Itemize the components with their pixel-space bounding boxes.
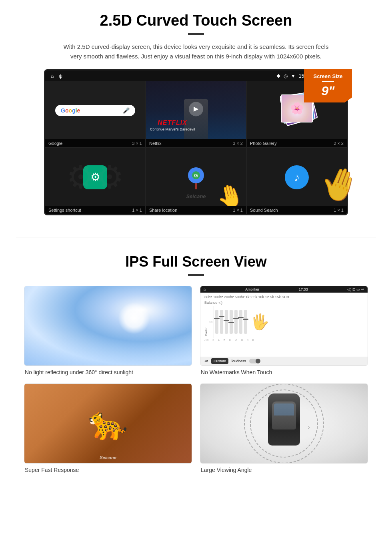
seicane-watermark-cheetah: Seicane xyxy=(100,455,116,460)
svg-text:G: G xyxy=(194,173,198,179)
share-grid-size: 1 × 1 xyxy=(233,208,243,213)
sunlight-visual xyxy=(24,286,192,365)
ips-grid: No light reflecting under 360° direct su… xyxy=(24,286,368,473)
car-caption: Large Viewing Angle xyxy=(200,467,368,473)
app-cell-netflix[interactable]: ▶ NETFLIX Continue Marvel's Daredevil Ne… xyxy=(146,81,246,147)
ips-item-sunlight: No light reflecting under 360° direct su… xyxy=(24,286,192,375)
amplifier-image: ⌂ Amplifier 17:33 ◁) ⊡ ▭ ↩ 60hz 100hz 20… xyxy=(200,286,368,366)
sound-icon: ♪ xyxy=(285,165,309,189)
amp-equalizer: Fader 10 xyxy=(204,306,364,338)
app-cell-share[interactable]: G 🤚 Share location 1 × 1 xyxy=(146,148,246,214)
netflix-play-button[interactable]: ▶ xyxy=(189,102,203,116)
section-divider xyxy=(16,237,376,237)
sound-app-content: ♪ xyxy=(247,148,347,206)
sound-grid-size: 1 × 1 xyxy=(334,208,344,213)
gallery-grid-size: 2 × 2 xyxy=(334,141,344,146)
section1-description: With 2.5D curved-display screen, this de… xyxy=(60,42,332,61)
amp-content: 60hz 100hz 200hz 500hz 1k 2.5k 10k 12.5k… xyxy=(200,293,368,357)
location-icon: ◎ xyxy=(284,73,288,79)
car-visual: › xyxy=(200,384,368,463)
status-bar: ⌂ ψ ✱ ◎ ▼ 15:06 ⊡ ◁) ⊠ ▭ xyxy=(45,70,347,81)
netflix-overlay: NETFLIX Continue Marvel's Daredevil xyxy=(150,119,195,131)
amplifier-caption: No Watermarks When Touch xyxy=(200,369,368,375)
wifi-icon: ▼ xyxy=(291,73,296,79)
netflix-label-bar: Netflix 3 × 2 xyxy=(146,139,246,147)
netflix-app-content: ▶ NETFLIX Continue Marvel's Daredevil xyxy=(146,81,246,139)
sun-glare xyxy=(118,302,150,334)
amplifier-visual: ⌂ Amplifier 17:33 ◁) ⊡ ▭ ↩ 60hz 100hz 20… xyxy=(200,286,368,365)
car-windshield xyxy=(274,403,294,415)
maps-icon: G xyxy=(186,165,206,189)
section-curved-touch: 2.5D Curved Touch Screen With 2.5D curve… xyxy=(0,0,392,225)
sound-label-bar: Sound Search 1 × 1 xyxy=(247,206,347,214)
amp-icons: ◁) ⊡ ▭ ↩ xyxy=(347,287,364,291)
netflix-grid-size: 3 × 2 xyxy=(233,141,243,146)
cheetah-image: 🐆 Seicane xyxy=(24,383,192,464)
hand-pointer-icon: 🤚 xyxy=(214,180,246,206)
gear-bg-decor: ⚙⚙ xyxy=(66,159,124,196)
bluetooth-icon: ✱ xyxy=(276,73,280,79)
badge-size: 9" xyxy=(322,84,335,98)
car-roof xyxy=(272,401,296,430)
amp-balance-label: Balance ◁) xyxy=(204,301,222,305)
settings-label-bar: Settings shortcut 1 × 1 xyxy=(45,206,145,214)
ips-item-cheetah: 🐆 Seicane Super Fast Response xyxy=(24,383,192,473)
amp-loudness-toggle[interactable] xyxy=(249,359,260,363)
ips-item-car: › Large Viewing Angle xyxy=(200,383,368,473)
app-cell-sound[interactable]: ♪ Sound Search 1 × 1 xyxy=(247,148,347,214)
settings-app-content: ⚙⚙ ⚙ xyxy=(45,148,145,206)
cheetah-caption: Super Fast Response xyxy=(24,467,192,473)
gallery-label-bar: Photo Gallery 2 × 2 xyxy=(247,139,347,147)
title-underline xyxy=(188,33,204,35)
car-arrow-icon: › xyxy=(308,424,310,431)
car-body xyxy=(268,393,300,446)
netflix-logo: NETFLIX xyxy=(150,119,195,126)
netflix-subtitle: Continue Marvel's Daredevil xyxy=(150,127,195,131)
section-ips: IPS Full Screen View No light reflecting… xyxy=(0,249,392,485)
amp-time: 17:33 xyxy=(299,287,308,291)
amp-title-bar: Amplifier xyxy=(245,287,259,291)
google-label-bar: Google 3 × 1 xyxy=(45,139,145,147)
mic-icon[interactable]: 🎤 xyxy=(123,107,130,114)
cheetah-emoji: 🐆 xyxy=(88,405,128,442)
car-top-view: › xyxy=(260,393,308,454)
amp-home-icon: ⌂ xyxy=(204,287,206,291)
app-cell-google[interactable]: Google 🎤 Google 3 × 1 xyxy=(45,81,145,147)
settings-grid-size: 1 × 1 xyxy=(132,208,142,213)
device-container: Screen Size 9" ⌂ ψ ✱ ◎ ▼ 15:06 ⊡ ◁) ⊠ xyxy=(44,69,348,215)
amp-fader-label: Fader xyxy=(204,327,208,336)
cheetah-visual: 🐆 Seicane xyxy=(24,384,192,463)
ips-item-amplifier: ⌂ Amplifier 17:33 ◁) ⊡ ▭ ↩ 60hz 100hz 20… xyxy=(200,286,368,375)
section2-underline xyxy=(188,274,204,276)
badge-divider xyxy=(322,81,334,82)
usb-icon: ψ xyxy=(59,73,62,79)
gallery-app-name: Photo Gallery xyxy=(250,141,277,146)
section2-title: IPS Full Screen View xyxy=(24,253,368,270)
sunlight-image xyxy=(24,286,192,366)
section1-title: 2.5D Curved Touch Screen xyxy=(24,12,368,29)
badge-label: Screen Size xyxy=(309,73,347,79)
sunlight-caption: No light reflecting under 360° direct su… xyxy=(24,369,192,375)
car-body-container xyxy=(260,393,308,446)
google-app-content: Google 🎤 xyxy=(45,81,145,139)
amp-freq-labels: 60hz 100hz 200hz 500hz 1k 2.5k 10k 12.5k… xyxy=(204,295,289,299)
home-icon[interactable]: ⌂ xyxy=(51,73,54,79)
share-app-name: Share location xyxy=(149,208,177,213)
google-grid-size: 3 × 1 xyxy=(132,141,142,146)
amp-loudness-label: loudness xyxy=(232,359,246,363)
google-app-name: Google xyxy=(48,141,62,146)
amp-custom-button[interactable]: Custom xyxy=(211,358,228,364)
google-search-bar[interactable]: Google 🎤 xyxy=(55,105,135,116)
netflix-app-name: Netflix xyxy=(149,141,162,146)
amp-status-bar: ⌂ Amplifier 17:33 ◁) ⊡ ▭ ↩ xyxy=(200,286,368,293)
seicane-watermark-1: Seicane xyxy=(186,193,206,199)
settings-app-name: Settings shortcut xyxy=(48,208,81,213)
screen-size-badge: Screen Size 9" xyxy=(304,69,352,102)
app-cell-settings[interactable]: ⚙⚙ ⚙ Settings shortcut 1 × 1 xyxy=(45,148,145,214)
sound-app-name: Sound Search xyxy=(250,208,278,213)
status-bar-left: ⌂ ψ xyxy=(51,73,62,79)
car-image: › xyxy=(200,383,368,464)
amp-hand-icon: 🖐 xyxy=(250,313,269,331)
google-logo: Google xyxy=(61,107,80,114)
amp-bottom-bar: ≪ Custom loudness xyxy=(200,357,368,365)
